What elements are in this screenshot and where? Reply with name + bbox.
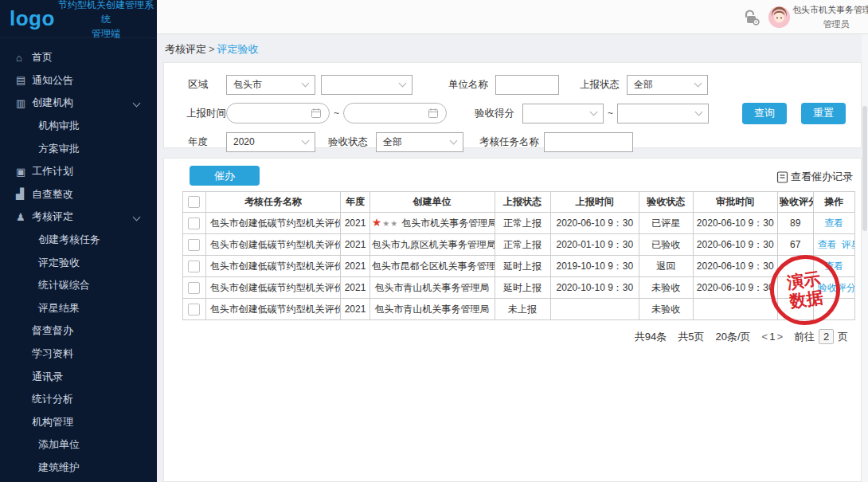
sidebar-item[interactable]: 机构管理 bbox=[0, 411, 157, 434]
breadcrumb-separator: > bbox=[209, 43, 215, 55]
view-urge-records-label: 查看催办记录 bbox=[791, 170, 853, 184]
actions-cell: 验收评分 bbox=[813, 277, 854, 299]
sidebar-item[interactable]: 通讯录 bbox=[0, 365, 157, 388]
year-label: 年度 bbox=[188, 135, 226, 149]
pagination-per-page[interactable]: 20条/页 bbox=[716, 330, 751, 344]
app-title: 节约型机关创建管理系统 管理端 bbox=[55, 0, 157, 41]
sidebar-item[interactable]: 学习资料 bbox=[0, 343, 157, 366]
sidebar-item[interactable]: 评星结果 bbox=[0, 297, 157, 320]
action-link[interactable]: 查看 bbox=[818, 239, 837, 250]
score-cell bbox=[777, 277, 813, 299]
logo-block: logo 节约型机关创建管理系统 管理端 bbox=[0, 0, 157, 38]
sidebar-item-label: 评定验收 bbox=[38, 256, 80, 270]
report-status-select[interactable]: 全部 bbox=[627, 75, 708, 95]
sidebar-item-label: 方案审批 bbox=[38, 142, 80, 156]
lock-settings-icon[interactable] bbox=[743, 10, 760, 28]
column-header: 年度 bbox=[341, 192, 369, 213]
report-time-to-input[interactable] bbox=[343, 103, 447, 123]
accept-status-label: 验收状态 bbox=[328, 135, 368, 149]
unit-name: 包头市机关事务管理局 bbox=[401, 217, 495, 229]
accept-status-select[interactable]: 全部 bbox=[376, 132, 463, 152]
sidebar-item-label: 创建考核任务 bbox=[38, 233, 100, 247]
document-icon bbox=[776, 171, 788, 183]
score-to-select[interactable] bbox=[617, 104, 709, 123]
column-header: 创建单位 bbox=[369, 192, 495, 213]
region-select[interactable]: 包头市 bbox=[226, 75, 315, 95]
sidebar-item-label: 督查督办 bbox=[32, 323, 73, 338]
chevron-down-icon bbox=[695, 108, 703, 116]
avatar[interactable] bbox=[768, 6, 790, 28]
table-row: 包头市创建低碳节约型机关评价指标2021包头市九原区机关事务管理局正常上报202… bbox=[183, 234, 855, 256]
row-checkbox[interactable] bbox=[188, 261, 200, 272]
approve-time-cell: 2020-06-10 9：30 bbox=[693, 277, 777, 299]
row-select-cell bbox=[183, 256, 206, 277]
year-select[interactable]: 2020 bbox=[226, 132, 315, 152]
task-name-cell: 包头市创建低碳节约型机关评价指标 bbox=[205, 299, 341, 320]
scrollbar-thumb[interactable] bbox=[862, 106, 867, 231]
table-panel: 催办 查看催办记录 考核任务名称年度创建单位上报状态上报时间验收状态审批时间验收… bbox=[163, 158, 862, 482]
row-checkbox[interactable] bbox=[188, 239, 200, 251]
table-row: 包头市创建低碳节约型机关评价指标2021包头市青山机关事务管理局延时上报2020… bbox=[183, 277, 855, 299]
search-button[interactable]: 查询 bbox=[742, 103, 787, 124]
sidebar-item[interactable]: 评定验收 bbox=[0, 251, 157, 274]
report-time-cell: 2020-01-10 9：30 bbox=[550, 234, 639, 256]
action-link[interactable]: 验收评分 bbox=[818, 282, 855, 293]
report-time-from-input[interactable] bbox=[226, 103, 330, 123]
score-label: 验收得分 bbox=[475, 107, 514, 120]
accept-status-cell: 已评星 bbox=[639, 213, 694, 234]
column-header: 考核任务名称 bbox=[205, 192, 341, 213]
filter-row-3: 年度 2020 验收状态 全部 考核任务名称 bbox=[164, 131, 861, 152]
actions-cell: 查看评星 bbox=[813, 234, 854, 256]
sidebar-item-label: 首页 bbox=[32, 50, 53, 65]
action-link[interactable]: 查看 bbox=[824, 217, 843, 229]
sidebar-item[interactable]: 建筑维护 bbox=[0, 457, 157, 480]
pagination: 共94条 共5页 20条/页 < 1 > 前往 2 页 bbox=[624, 329, 848, 344]
sidebar-item[interactable]: ♟考核评定 bbox=[0, 206, 157, 229]
row-checkbox[interactable] bbox=[188, 217, 200, 229]
region2-select[interactable] bbox=[321, 75, 412, 95]
sidebar-item[interactable]: ▥创建机构 bbox=[0, 92, 157, 115]
sidebar-item[interactable]: ▤通知公告 bbox=[0, 69, 157, 92]
home-icon: ⌂ bbox=[16, 52, 32, 64]
score-from-select[interactable] bbox=[522, 104, 604, 123]
reset-button[interactable]: 重置 bbox=[801, 103, 846, 124]
action-link[interactable]: 评星 bbox=[842, 239, 855, 250]
sidebar-item[interactable]: 统计分析 bbox=[0, 388, 157, 411]
sidebar-item[interactable]: ▣工作计划 bbox=[0, 160, 157, 183]
row-checkbox[interactable] bbox=[188, 304, 200, 315]
view-urge-records-link[interactable]: 查看催办记录 bbox=[776, 170, 853, 184]
sidebar-item[interactable]: 督查督办 bbox=[0, 319, 157, 343]
pagination-pages: 共5页 bbox=[678, 330, 704, 344]
sidebar-item-label: 学习资料 bbox=[32, 347, 73, 361]
goto-page-input[interactable]: 2 bbox=[819, 329, 834, 344]
breadcrumb-current[interactable]: 评定验收 bbox=[217, 43, 259, 55]
approve-time-cell: 2020-06-10 9：30 bbox=[693, 256, 777, 277]
approve-time-cell: 2020-06-10 9：30 bbox=[693, 213, 777, 234]
unit-name: 包头市青山机关事务管理局 bbox=[375, 282, 490, 293]
task-name-input[interactable] bbox=[544, 132, 633, 152]
row-checkbox[interactable] bbox=[188, 282, 200, 294]
action-link[interactable]: 查看 bbox=[824, 261, 843, 272]
sidebar-item[interactable]: 添加单位 bbox=[0, 433, 157, 457]
current-page[interactable]: 1 bbox=[769, 331, 775, 343]
prev-page-icon[interactable]: < bbox=[762, 331, 768, 343]
unit-cell: 包头市九原区机关事务管理局 bbox=[369, 234, 495, 256]
user-block[interactable]: 包头市机关事务管理局 管理员 bbox=[792, 4, 868, 30]
unit-name: 包头市昆都仑区机关事务管理局 bbox=[372, 261, 495, 272]
calendar-icon bbox=[311, 108, 321, 118]
next-page-icon[interactable]: > bbox=[776, 331, 783, 343]
unit-name-input[interactable] bbox=[495, 75, 559, 95]
chevron-down-icon bbox=[133, 100, 141, 108]
sidebar-item[interactable]: 创建考核任务 bbox=[0, 229, 157, 252]
sidebar-item[interactable]: 方案审批 bbox=[0, 137, 157, 160]
app-title-line1: 节约型机关创建管理系统 bbox=[58, 0, 154, 26]
chevron-down-icon bbox=[302, 80, 310, 88]
sidebar-item[interactable]: 统计碳综合 bbox=[0, 274, 157, 297]
vertical-scrollbar[interactable] bbox=[862, 34, 868, 482]
notice-icon: ▤ bbox=[16, 74, 32, 86]
select-all-checkbox[interactable] bbox=[188, 196, 200, 208]
urge-button[interactable]: 催办 bbox=[190, 166, 260, 186]
sidebar-item[interactable]: ⌂首页 bbox=[0, 46, 157, 69]
sidebar-item[interactable]: ▟自查整改 bbox=[0, 183, 157, 206]
sidebar-item[interactable]: 机构审批 bbox=[0, 115, 157, 138]
